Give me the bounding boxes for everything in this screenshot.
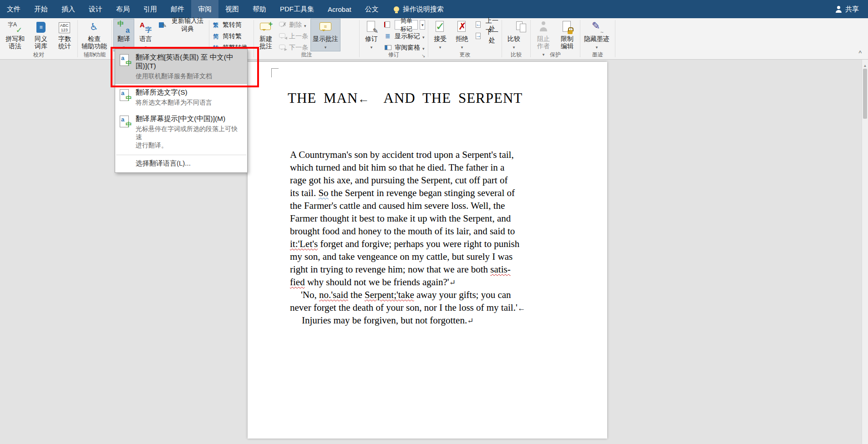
tab-mailings[interactable]: 邮件 xyxy=(164,0,191,18)
tell-me-search[interactable]: 操作说明搜索 xyxy=(386,0,452,18)
text-run: So xyxy=(318,187,328,198)
tell-me-label: 操作说明搜索 xyxy=(403,5,444,14)
group-content-comments: +新建 批注✗删除◀上一条▶下一条≡显示批注 xyxy=(254,18,359,51)
tab-design[interactable]: 设计 xyxy=(82,0,109,18)
menu-item-text: 翻译所选文字(S)将所选文本翻译为不同语言 xyxy=(136,88,212,106)
hide-ink-button[interactable]: ✎~隐藏墨迹 xyxy=(582,19,612,51)
tab-references[interactable]: 引用 xyxy=(137,0,164,18)
annotation-rectangle xyxy=(111,47,259,87)
tab-review[interactable]: 审阅 xyxy=(191,0,218,18)
share-button[interactable]: 共享 xyxy=(826,0,868,18)
reviewing-pane-button[interactable]: 审阅窗格 xyxy=(383,43,426,52)
collapse-ribbon-button[interactable] xyxy=(858,49,862,57)
group-label-proofing: 校对 xyxy=(0,51,77,59)
delete-comment-button[interactable]: ✗删除 xyxy=(277,20,310,30)
text-run: its tail. xyxy=(290,187,318,198)
menu-item-translate-selection[interactable]: a中翻译所选文字(S)将所选文本翻译为不同语言 xyxy=(115,84,247,111)
next-change-button[interactable]: →下一处 xyxy=(473,31,500,41)
translate-document-icon: a中 xyxy=(119,89,132,102)
group-content-ink: ✎~隐藏墨迹 xyxy=(580,18,615,51)
block-authors-button[interactable]: 阻止作者 xyxy=(532,19,555,51)
tab-layout[interactable]: 布局 xyxy=(109,0,137,18)
track-changes-button[interactable]: ✎修订 xyxy=(361,19,382,51)
check-accessibility-label: 检查 辅助功能 xyxy=(81,35,107,50)
reject-icon: ✗ xyxy=(454,20,470,35)
language-label: 语言 xyxy=(139,35,152,42)
previous-comment-label: 上一条 xyxy=(289,32,308,40)
formatting-mark: ↵ xyxy=(449,278,456,287)
document-line: rage got his axe, and pursuing the Serpe… xyxy=(290,174,525,187)
text-run: no.'said xyxy=(319,289,348,300)
group-label-compare: 比较 xyxy=(502,51,530,59)
document-body[interactable]: A Countryman's son by accident trod upon… xyxy=(290,148,525,327)
check-accessibility-button[interactable]: ♿检查 辅助功能 xyxy=(79,19,109,51)
title-bar: 文件开始插入设计布局引用邮件审阅视图帮助PDF工具集Acrobat公文 操作说明… xyxy=(0,0,868,18)
update-ime-dictionary-button[interactable]: ✎更新输入法词典 xyxy=(157,20,208,30)
show-comments-button[interactable]: ≡显示批注 xyxy=(310,19,340,51)
accept-button[interactable]: ✓接受 xyxy=(430,19,451,51)
next-comment-button[interactable]: ▶下一条 xyxy=(277,43,310,52)
trad-to-simp-button[interactable]: 繁繁转简 xyxy=(211,20,249,30)
lightbulb-icon xyxy=(394,6,399,12)
ribbon-group-compare: 比较比较 xyxy=(502,18,530,59)
text-run: AND THE SERPENT xyxy=(370,90,523,106)
tab-view[interactable]: 视图 xyxy=(218,0,246,18)
previous-comment-button[interactable]: ◀上一条 xyxy=(277,31,310,41)
scrollbar-thumb[interactable] xyxy=(863,69,867,119)
show-markup-button[interactable]: ≣显示标记 xyxy=(383,31,426,41)
menu-item-translate-screentip[interactable]: a中翻译屏幕提示[中文(中国)](M)光标悬停在字词或所选的段落上可快速 进行翻… xyxy=(115,111,247,153)
chevron-down-icon xyxy=(304,21,306,29)
text-run: the Serpent in revenge began stinging se… xyxy=(329,187,515,198)
compare-button[interactable]: 比较 xyxy=(503,19,524,51)
tab-file[interactable]: 文件 xyxy=(0,0,27,18)
group-label-tracking: 修订 xyxy=(360,51,428,59)
formatting-mark: ← xyxy=(358,92,370,105)
document-page[interactable]: THE MAN← AND THE SERPENT A Countryman's … xyxy=(248,62,607,439)
tab-pdf-tools[interactable]: PDF工具集 xyxy=(273,0,321,18)
chevron-down-icon xyxy=(371,43,373,50)
word-count-button[interactable]: ABC123字数统计 xyxy=(53,19,76,51)
thesaurus-icon: ≡ xyxy=(33,20,49,35)
person-icon xyxy=(835,6,842,13)
group-label-changes: 更改 xyxy=(428,51,502,59)
reviewing-pane-icon xyxy=(384,44,392,51)
tab-insert[interactable]: 插入 xyxy=(55,0,82,18)
dialog-launcher-icon[interactable] xyxy=(421,53,426,59)
next-change-label: 下一处 xyxy=(485,28,499,45)
group-content-tracking: ✎修订简单标记≣显示标记审阅窗格 xyxy=(360,18,428,51)
tab-gongwen[interactable]: 公文 xyxy=(358,0,386,18)
thesaurus-label: 同义词库 xyxy=(32,35,50,50)
reviewing-pane-label: 审阅窗格 xyxy=(395,44,420,52)
previous-comment-icon: ◀ xyxy=(279,32,287,40)
thesaurus-button[interactable]: ≡同义词库 xyxy=(30,19,52,51)
chevron-down-icon xyxy=(325,43,327,50)
ribbon-group-accessibility: ♿检查 辅助功能辅助功能 xyxy=(78,18,112,59)
hide-ink-label: 隐藏墨迹 xyxy=(584,35,609,42)
chevron-down-icon xyxy=(513,43,515,50)
text-run: Injuries may be forgiven, but not forgot… xyxy=(302,315,467,326)
tab-acrobat[interactable]: Acrobat xyxy=(321,0,358,18)
ime-dictionary-icon: ✎ xyxy=(158,21,167,29)
simple-markup-button[interactable]: 简单标记 xyxy=(383,20,426,30)
simp-to-trad-button[interactable]: 简简转繁 xyxy=(211,31,249,41)
text-run: the xyxy=(348,289,365,300)
text-run: THE MAN xyxy=(288,90,358,106)
reject-button[interactable]: ✗拒绝 xyxy=(452,19,472,51)
text-run: the Farmer's cattle and caused him sever… xyxy=(290,200,505,211)
text-run: never forget the death of your son, nor … xyxy=(290,302,518,313)
chevron-down-icon[interactable] xyxy=(420,20,425,30)
tab-home[interactable]: 开始 xyxy=(27,0,55,18)
scroll-up-icon[interactable] xyxy=(862,61,868,67)
document-line: which turned and bit him so that he died… xyxy=(290,161,525,174)
tab-help[interactable]: 帮助 xyxy=(246,0,273,18)
spellcheck-icon: 字A✓ xyxy=(7,20,23,35)
vertical-scrollbar[interactable] xyxy=(862,60,868,444)
chevron-down-icon xyxy=(422,33,425,40)
group-content-protect: 阻止作者限制编辑 xyxy=(531,18,580,51)
ribbon-tabs: 文件开始插入设计布局引用邮件审阅视图帮助PDF工具集Acrobat公文 xyxy=(0,0,386,18)
restrict-editing-button[interactable]: 限制编辑 xyxy=(556,19,579,51)
spelling-grammar-button[interactable]: 字A✓拼写和语法 xyxy=(1,19,29,51)
choose-translation-language-item[interactable]: 选择翻译语言(L)... xyxy=(115,156,247,172)
group-content-accessibility: ♿检查 辅助功能 xyxy=(78,18,112,51)
button-column: ✗删除◀上一条▶下一条 xyxy=(277,19,310,52)
